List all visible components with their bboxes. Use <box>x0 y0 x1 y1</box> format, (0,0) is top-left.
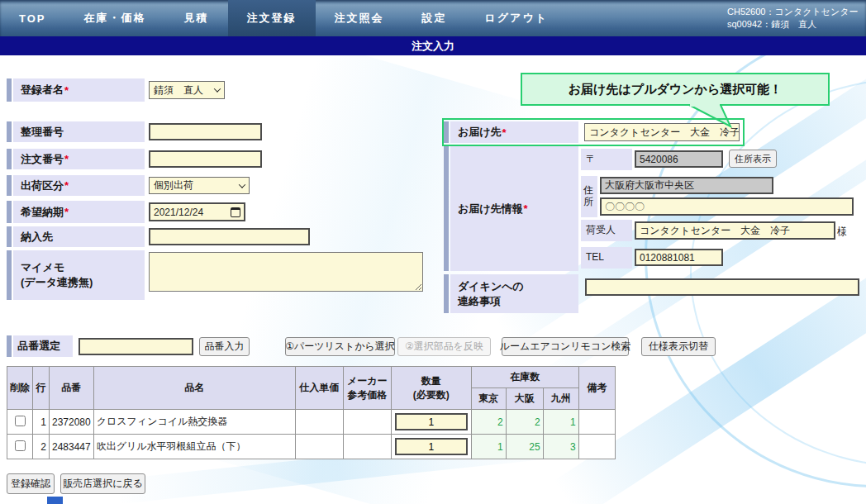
delivery-to-label: 納入先 <box>13 226 145 247</box>
consignee-input[interactable] <box>635 221 835 240</box>
table-row: 1 2372080 クロスフィンコイル熱交換器 2 2 1 <box>7 410 616 435</box>
reference-no-input[interactable] <box>149 123 262 140</box>
col-header-osaka: 大阪 <box>506 388 543 410</box>
header-line: 数量 <box>394 374 469 388</box>
row-number: 2 <box>33 435 50 459</box>
order-no-label: 注文番号* <box>13 149 145 169</box>
tel-input[interactable] <box>635 249 723 266</box>
label-accent-bar <box>7 335 12 357</box>
parts-table: 削除 行 品番 品名 仕入単価 メーカー 参考価格 数量 (必要数) 在庫数 備… <box>7 366 616 459</box>
label-accent-bar <box>7 250 12 300</box>
col-header-tokyo: 東京 <box>471 388 506 410</box>
back-button[interactable]: 販売店選択に戻る <box>60 473 145 494</box>
remote-search-button[interactable]: ルームエアコンリモコン検索 <box>502 337 629 356</box>
daikin-note-label: ダイキンへの 連絡事項 <box>450 274 578 313</box>
address-input-1[interactable] <box>600 177 773 194</box>
spec-toggle-button[interactable]: 仕様表示切替 <box>641 337 716 356</box>
destination-label: お届け先* <box>450 121 578 143</box>
unit-price-cell <box>295 435 343 459</box>
col-header-stock: 在庫数 <box>471 367 578 388</box>
callout-tail <box>678 104 737 129</box>
callout-bubble: お届け先はプルダウンから選択可能！ <box>521 73 830 106</box>
table-row: 2 2483447 吹出グリル水平羽根組立品（下） 1 25 3 <box>7 435 616 459</box>
remarks-cell <box>578 435 615 459</box>
account-center: CH52600：コンタクトセンター <box>727 6 866 18</box>
nav-item-logout[interactable]: ログアウト <box>466 0 568 36</box>
label-accent-bar <box>444 121 449 143</box>
stock-osaka-cell: 25 <box>506 435 543 459</box>
remarks-cell <box>578 410 615 435</box>
address-label: 住所 <box>581 176 597 217</box>
required-mark: * <box>64 153 69 165</box>
col-header-qty: 数量 (必要数) <box>391 367 471 410</box>
delete-checkbox[interactable] <box>15 416 26 426</box>
reflect-parts-button: ②選択部品を反映 <box>397 337 491 356</box>
part-no-cell: 2483447 <box>50 435 94 459</box>
account-info: CH52600：コンタクトセンター sq00942：錆須 直人 <box>727 0 866 36</box>
parts-list-button[interactable]: ①パーツリストから選択 <box>285 337 395 356</box>
col-header-unit-price: 仕入単価 <box>295 367 343 410</box>
callout-text: お届け先はプルダウンから選択可能！ <box>569 82 783 97</box>
part-no-search-input[interactable] <box>79 338 193 355</box>
qty-input[interactable] <box>395 413 468 430</box>
label-text: お届け先情報 <box>458 202 523 216</box>
consignee-label: 荷受人 <box>581 220 632 241</box>
desired-date-label: 希望納期* <box>13 201 145 223</box>
label-text: 登録者名 <box>21 83 64 97</box>
stock-kyushu-cell: 3 <box>543 435 578 459</box>
delete-checkbox[interactable] <box>15 440 26 451</box>
tel-label: TEL <box>581 247 632 269</box>
reference-no-label: 整理番号 <box>13 121 145 142</box>
nav-item-stock-price[interactable]: 在庫・価格 <box>65 0 165 36</box>
chevron-down-icon <box>239 181 245 188</box>
qty-input[interactable] <box>395 438 468 455</box>
nav-item-order-entry[interactable]: 注文登録 <box>228 0 316 36</box>
stock-osaka-cell: 2 <box>506 410 543 435</box>
label-text: 連絡事項 <box>458 294 501 309</box>
required-mark: * <box>64 84 69 97</box>
top-nav: TOP 在庫・価格 見積 注文登録 注文照会 設定 ログアウト CH52600：… <box>0 0 866 36</box>
nav-item-quote[interactable]: 見積 <box>165 0 228 36</box>
nav-item-top[interactable]: TOP <box>0 0 65 36</box>
stock-kyushu-cell: 1 <box>543 410 578 435</box>
label-accent-bar <box>7 201 12 223</box>
order-no-input[interactable] <box>149 150 262 168</box>
page-title: 注文入力 <box>0 36 866 55</box>
col-header-delete: 削除 <box>7 367 33 410</box>
consignee-suffix: 様 <box>837 225 847 239</box>
daikin-note-input[interactable] <box>585 278 859 296</box>
nav-item-settings[interactable]: 設定 <box>403 0 466 36</box>
desired-date-input[interactable]: 2021/12/24 <box>149 202 245 221</box>
part-input-button[interactable]: 品番入力 <box>199 337 250 356</box>
label-text: 荷受人 <box>586 225 616 236</box>
label-text: 〒 <box>586 154 596 165</box>
memo-textarea[interactable] <box>149 252 423 292</box>
label-text: 整理番号 <box>21 125 64 140</box>
label-text: TEL <box>586 252 604 264</box>
registrant-select[interactable]: 錆須 直人 <box>149 81 225 99</box>
label-text: 住所 <box>583 185 597 208</box>
shipping-type-select[interactable]: 個別出荷 <box>149 177 250 194</box>
label-text: マイメモ <box>21 260 64 275</box>
label-accent-bar <box>444 146 449 271</box>
nav-item-order-inquiry[interactable]: 注文照会 <box>316 0 403 36</box>
label-accent-bar <box>7 226 12 247</box>
col-header-part-name: 品名 <box>93 367 295 410</box>
postal-input[interactable] <box>635 150 723 168</box>
label-text: 希望納期 <box>21 205 64 220</box>
destination-info-label: お届け先情報* <box>450 146 578 271</box>
stock-tokyo-cell: 2 <box>471 410 506 435</box>
label-text: 納入先 <box>21 230 53 245</box>
label-accent-bar <box>7 149 12 169</box>
required-mark: * <box>502 126 507 139</box>
address-display-button[interactable]: 住所表示 <box>729 150 777 168</box>
maker-price-cell <box>343 410 391 435</box>
row-number: 1 <box>33 410 50 435</box>
confirm-button[interactable]: 登録確認 <box>7 473 55 494</box>
shipping-type-label: 出荷区分* <box>13 175 145 196</box>
calendar-icon[interactable] <box>231 207 240 217</box>
address-input-2[interactable] <box>600 197 854 216</box>
delivery-to-input[interactable] <box>149 228 310 245</box>
desired-date-value: 2021/12/24 <box>154 207 203 218</box>
col-header-kyushu: 九州 <box>543 388 578 410</box>
